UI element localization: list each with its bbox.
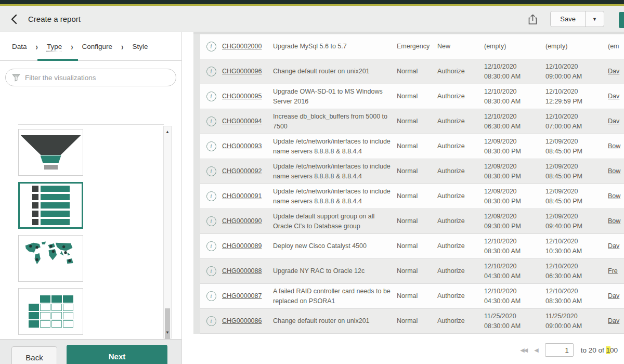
breadcrumb-data[interactable]: Data — [12, 43, 27, 50]
priority: Normal — [397, 89, 437, 103]
planned-start-date: 12/09/2020 09:30:00 PM — [484, 210, 545, 232]
change-number-link[interactable]: CHG0000093 — [222, 142, 262, 150]
number-cell: CHG0000092 — [222, 164, 273, 178]
priority: Normal — [397, 189, 437, 203]
assigned-to-link[interactable]: Dav — [608, 68, 619, 75]
info-icon[interactable]: i — [206, 116, 216, 126]
info-icon[interactable]: i — [206, 166, 216, 176]
info-icon[interactable]: i — [206, 316, 216, 326]
chevron-right-icon: › — [36, 41, 38, 51]
caret-down-icon: ▼ — [592, 17, 597, 22]
change-number-link[interactable]: CHG0000089 — [222, 242, 262, 250]
priority: Normal — [397, 64, 437, 78]
info-icon[interactable]: i — [206, 241, 216, 251]
info-cell: i — [200, 92, 222, 101]
planned-end-date: 12/10/2020 08:30:00 AM — [545, 284, 608, 307]
change-number-link[interactable]: CHG0000086 — [222, 317, 262, 324]
assigned-to-link[interactable]: Dav — [608, 292, 619, 300]
assigned-to-link[interactable]: Bow — [608, 217, 620, 225]
short-description: Deploy new Cisco Catalyst 4500 — [273, 239, 397, 253]
back-button[interactable]: Back — [11, 346, 57, 364]
back-nav-button[interactable] — [10, 14, 18, 24]
scroll-down-icon[interactable]: ▼ — [164, 330, 171, 335]
short-description: Change default router on unix201 — [273, 314, 397, 328]
report-type-panel: Data › Type › Configure › Style — [0, 32, 182, 364]
viz-type-list[interactable] — [18, 182, 83, 229]
table-row: iCHG0000094Increase db_block_buffers fro… — [200, 109, 624, 134]
number-cell: CHG0000091 — [222, 189, 273, 203]
assigned-to-cell: Bow — [608, 139, 624, 153]
assigned-to-link[interactable]: Bow — [608, 192, 620, 200]
change-number-link[interactable]: CHG0000096 — [222, 68, 262, 75]
breadcrumb-configure[interactable]: Configure — [82, 43, 113, 50]
planned-start-date: 12/10/2020 06:30:00 AM — [484, 110, 545, 133]
assigned-to-link[interactable]: Dav — [608, 118, 619, 125]
clipped-edge-button[interactable] — [619, 12, 624, 28]
change-number-link[interactable]: CHG0000092 — [222, 167, 262, 175]
priority: Normal — [397, 264, 437, 278]
viz-type-table[interactable] — [18, 288, 83, 335]
change-number-link[interactable]: CHG0000090 — [222, 217, 262, 225]
change-number-link[interactable]: CHG0000095 — [222, 93, 262, 100]
assigned-to-cell: Dav — [608, 289, 624, 303]
chevron-right-icon: › — [71, 41, 73, 51]
assigned-to-link[interactable]: Bow — [608, 167, 620, 175]
table-row: iCHG0000086Change default router on unix… — [200, 309, 624, 334]
share-icon — [528, 14, 538, 25]
info-cell: i — [200, 67, 222, 76]
change-number-link[interactable]: CHG0000087 — [222, 292, 262, 300]
save-caret-button[interactable]: ▼ — [585, 11, 604, 27]
assigned-to-link[interactable]: Dav — [608, 242, 619, 250]
planned-start-date: 12/10/2020 04:30:00 AM — [484, 259, 545, 282]
info-icon[interactable]: i — [206, 266, 216, 276]
info-icon[interactable]: i — [206, 67, 216, 76]
priority: Normal — [397, 289, 437, 303]
chevron-left-icon — [10, 14, 18, 24]
short-description: Upgrade OWA-SD-01 to MS Windows Server 2… — [273, 85, 397, 108]
page-number-input[interactable] — [545, 343, 574, 357]
page-title: Create a report — [28, 15, 81, 23]
number-cell: CHG0000096 — [222, 64, 273, 78]
table-row: iCHG0000089Deploy new Cisco Catalyst 450… — [200, 234, 624, 259]
breadcrumb: Data › Type › Configure › Style — [0, 32, 181, 61]
change-number-link[interactable]: CHG0000088 — [222, 267, 262, 275]
save-button[interactable]: Save — [551, 11, 585, 27]
info-icon[interactable]: i — [206, 291, 216, 301]
top-dark-bar — [0, 0, 624, 4]
planned-start-date: 12/10/2020 04:30:00 AM — [484, 284, 545, 307]
assigned-to-cell: Dav — [608, 64, 624, 78]
previous-page-icon[interactable]: ◀ — [534, 347, 537, 354]
info-cell: i — [200, 191, 222, 201]
planned-start-date: 11/25/2020 08:30:00 AM — [484, 309, 545, 332]
short-description: Update /etc/network/interfaces to includ… — [273, 185, 397, 207]
info-icon[interactable]: i — [206, 42, 216, 51]
info-cell: i — [200, 166, 222, 176]
state: Authorize — [437, 239, 484, 253]
first-page-icon[interactable]: ◀◀ — [520, 347, 527, 354]
change-number-link[interactable]: CHG0002000 — [222, 43, 262, 50]
info-icon[interactable]: i — [206, 191, 216, 201]
info-icon[interactable]: i — [206, 141, 216, 151]
scrollbar-thumb[interactable] — [165, 308, 170, 341]
breadcrumb-type[interactable]: Type — [47, 43, 62, 50]
assigned-to-link[interactable]: Dav — [608, 93, 619, 100]
info-icon[interactable]: i — [206, 216, 216, 226]
next-button[interactable]: Next — [67, 345, 167, 364]
assigned-to-link[interactable]: Bow — [608, 142, 620, 150]
scroll-up-icon[interactable]: ▲ — [164, 129, 171, 134]
breadcrumb-style[interactable]: Style — [132, 43, 148, 50]
assigned-to-link[interactable]: Dav — [608, 317, 619, 324]
change-number-link[interactable]: CHG0000091 — [222, 192, 262, 200]
viz-type-map[interactable] — [18, 235, 83, 282]
filter-visualizations-input[interactable] — [25, 74, 170, 82]
share-button[interactable] — [528, 14, 538, 25]
assigned-to-cell: Bow — [608, 189, 624, 203]
change-number-link[interactable]: CHG0000094 — [222, 118, 262, 125]
planned-start-date: (empty) — [484, 40, 545, 53]
viz-type-funnel[interactable] — [18, 129, 83, 176]
pivot-table-icon — [29, 295, 73, 328]
visualization-list — [0, 126, 181, 339]
info-cell: i — [200, 316, 222, 326]
info-icon[interactable]: i — [206, 92, 216, 101]
assigned-to-link[interactable]: Fre — [608, 267, 618, 275]
